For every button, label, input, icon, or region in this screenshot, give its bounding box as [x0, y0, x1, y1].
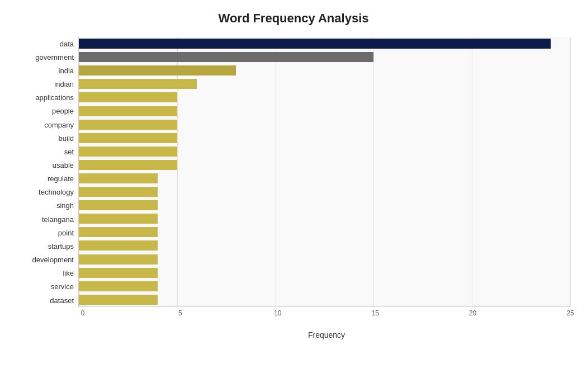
y-label: usable [53, 162, 74, 169]
bar-row [79, 254, 570, 265]
y-label: point [58, 229, 74, 237]
bar [79, 133, 177, 143]
x-tick: 10 [274, 309, 281, 317]
y-label: regulate [48, 175, 74, 182]
bar [79, 240, 158, 251]
bar [79, 79, 197, 89]
bar [79, 92, 177, 102]
bar-row [79, 51, 570, 63]
bar-row [79, 240, 570, 251]
chart-container: Word Frequency Analysis datagovernmentin… [0, 0, 587, 392]
bar [79, 254, 158, 265]
bar-row [79, 146, 570, 157]
y-label: telangana [42, 216, 74, 223]
bar-row [79, 200, 570, 211]
bar-rows [79, 37, 570, 306]
y-labels: datagovernmentindiaindianapplicationspeo… [17, 37, 78, 307]
bar-row [79, 226, 570, 238]
bar-row [79, 281, 570, 292]
y-label: india [59, 67, 74, 74]
x-tick: 15 [372, 309, 379, 317]
chart-title: Word Frequency Analysis [17, 11, 570, 26]
bar-row [79, 106, 570, 117]
y-label: startups [48, 243, 74, 250]
bar-row [79, 173, 570, 184]
y-label: build [59, 135, 74, 142]
chart-inner: datagovernmentindiaindianapplicationspeo… [17, 37, 570, 307]
bar [79, 227, 158, 237]
bar [79, 281, 158, 291]
x-axis-label: Frequency [83, 330, 570, 339]
bar-row [79, 65, 570, 76]
bar-row [79, 186, 570, 197]
bar-row [79, 294, 570, 305]
y-label: applications [35, 94, 74, 101]
bar-row [79, 133, 570, 144]
y-label: service [51, 283, 74, 290]
y-label: company [44, 121, 74, 129]
y-label: technology [39, 188, 74, 196]
bar [79, 106, 177, 116]
bar [79, 173, 158, 183]
bar-row [79, 92, 570, 103]
bar-row [79, 213, 570, 224]
bar-row [79, 78, 570, 89]
chart-area: datagovernmentindiaindianapplicationspeo… [17, 37, 570, 339]
bar-row [79, 38, 570, 49]
bar [79, 160, 177, 170]
y-label: people [52, 107, 74, 115]
bar [79, 147, 177, 157]
bar [79, 187, 158, 197]
bar [79, 268, 158, 278]
y-label: data [60, 40, 74, 48]
y-label: set [64, 148, 74, 155]
x-tick: 0 [81, 309, 85, 317]
bar-row [79, 159, 570, 171]
y-label: development [32, 256, 74, 263]
bar [79, 214, 158, 224]
y-label: dataset [50, 297, 74, 304]
y-label: like [63, 270, 74, 277]
x-tick: 20 [469, 309, 476, 317]
x-axis: 0510152025 [83, 309, 570, 319]
y-label: singh [56, 202, 74, 209]
y-label: government [35, 54, 74, 61]
x-tick: 5 [178, 309, 182, 317]
bar [79, 295, 158, 305]
bar [79, 52, 373, 62]
bar-row [79, 119, 570, 130]
grid-line [570, 37, 571, 306]
bar [79, 65, 236, 75]
x-tick: 25 [566, 309, 574, 317]
bars-and-grid [78, 37, 570, 307]
bar [79, 120, 177, 130]
bar [79, 200, 158, 210]
y-label: indian [54, 81, 74, 88]
bar [79, 39, 551, 49]
bar-row [79, 267, 570, 278]
